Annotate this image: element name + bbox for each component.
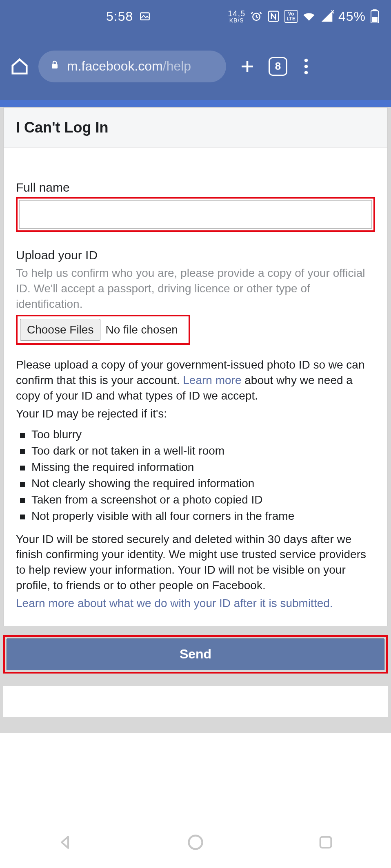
send-highlight: Send (3, 635, 388, 674)
full-name-highlight (16, 197, 375, 232)
home-icon[interactable] (8, 57, 31, 76)
screenshot-icon (140, 11, 150, 22)
storage-disclaimer: Your ID will be stored securely and dele… (16, 532, 375, 593)
spacer-strip (4, 148, 387, 164)
learn-more-link-1[interactable]: Learn more (183, 374, 241, 387)
nfc-icon (267, 10, 280, 22)
file-input-highlight: Choose Files No file chosen (16, 315, 190, 345)
page-title: I Can't Log In (16, 119, 375, 136)
android-status-bar: 5:58 14,5 KB/S Vo LTE x 45% (0, 0, 391, 33)
wifi-icon (302, 10, 315, 23)
list-item: Not clearly showing the required informa… (20, 475, 375, 492)
card-header: I Can't Log In (4, 108, 387, 148)
android-nav-bar (0, 816, 391, 868)
home-nav-icon[interactable] (183, 830, 208, 855)
learn-more-link-2[interactable]: Learn more about what we do with your ID… (16, 596, 375, 611)
list-item: Not properly visible with all four corne… (20, 508, 375, 524)
url-text: m.facebook.com/help (67, 59, 191, 74)
new-tab-icon[interactable] (233, 58, 261, 75)
upload-instructions: Please upload a copy of your government-… (16, 357, 375, 403)
tab-switcher[interactable]: 8 (269, 57, 287, 76)
reject-reasons-list: Too blurry Too dark or not taken in a we… (16, 424, 375, 532)
network-speed-indicator: 14,5 KB/S (228, 9, 245, 23)
list-item: Missing the required information (20, 459, 375, 475)
choose-files-button[interactable]: Choose Files (20, 319, 100, 341)
svg-rect-5 (372, 17, 378, 22)
battery-icon (371, 9, 379, 23)
status-time: 5:58 (106, 9, 133, 24)
battery-percent: 45% (338, 9, 366, 24)
list-item: Too dark or not taken in a well-lit room (20, 443, 375, 459)
lock-icon (50, 59, 60, 74)
address-bar[interactable]: m.facebook.com/help (38, 51, 226, 82)
upload-id-label: Upload your ID (16, 248, 375, 262)
browser-toolbar: m.facebook.com/help 8 (0, 33, 391, 100)
volte-icon: Vo LTE (284, 10, 298, 23)
list-item: Taken from a screenshot or a photo copie… (20, 492, 375, 508)
svg-rect-11 (320, 837, 331, 848)
facebook-header-strip (0, 100, 391, 107)
help-form-card: I Can't Log In Full name Upload your ID … (3, 107, 388, 626)
page-content: I Can't Log In Full name Upload your ID … (0, 107, 391, 733)
full-name-label: Full name (16, 181, 375, 194)
svg-rect-6 (52, 64, 58, 68)
full-name-input[interactable] (19, 200, 372, 229)
svg-point-7 (304, 58, 308, 62)
reject-intro: Your ID may be rejected if it's: (16, 406, 375, 422)
upload-id-help: To help us confirm who you are, please p… (16, 265, 375, 311)
recents-icon[interactable] (313, 830, 338, 855)
svg-point-10 (189, 835, 202, 849)
list-item: Too blurry (20, 426, 375, 443)
file-status-text: No file chosen (105, 323, 186, 336)
cutoff-section (3, 686, 388, 717)
svg-point-8 (304, 64, 308, 68)
back-icon[interactable] (53, 830, 78, 855)
svg-point-9 (304, 71, 308, 74)
overflow-menu-icon[interactable] (295, 58, 318, 75)
alarm-icon (250, 10, 262, 22)
signal-icon: x (320, 10, 333, 23)
send-button[interactable]: Send (7, 638, 384, 670)
